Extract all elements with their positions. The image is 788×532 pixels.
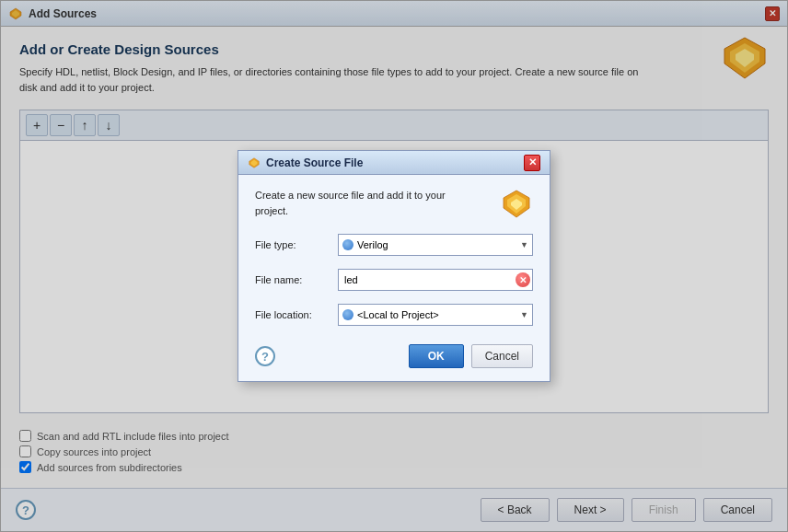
file-type-dropdown-icon: ▼: [520, 240, 528, 249]
file-type-label: File type:: [255, 239, 338, 250]
dialog-titlebar-left: Create Source File: [248, 156, 363, 169]
dialog-overlay: Create Source File ✕ Create a new source…: [0, 0, 788, 532]
dialog-close-button[interactable]: ✕: [524, 155, 540, 171]
dialog-description: Create a new source file and add it to y…: [255, 188, 476, 218]
file-location-value: <Local to Project>: [357, 309, 439, 320]
file-type-dot-icon: [342, 239, 353, 250]
file-name-clear-button[interactable]: ✕: [516, 272, 530, 287]
file-name-input[interactable]: [338, 269, 533, 291]
dialog-titlebar: Create Source File ✕: [238, 151, 550, 175]
file-location-dot-icon: [342, 309, 353, 320]
file-type-select[interactable]: Verilog ▼: [338, 234, 533, 256]
file-name-row: File name: ✕: [255, 269, 533, 291]
dialog-buttons: OK Cancel: [409, 344, 533, 368]
file-type-value: Verilog: [357, 239, 388, 250]
dialog-cancel-button[interactable]: Cancel: [471, 344, 533, 368]
dialog-logo-icon: [248, 156, 261, 169]
file-location-select-inner: <Local to Project>: [342, 309, 439, 320]
file-type-select-inner: Verilog: [342, 239, 388, 250]
file-location-dropdown-icon: ▼: [520, 310, 528, 319]
ok-button[interactable]: OK: [409, 344, 464, 368]
dialog-header: Create a new source file and add it to y…: [255, 188, 533, 221]
file-name-input-wrap: ✕: [338, 269, 533, 291]
dialog-actions: ? OK Cancel: [255, 339, 533, 372]
file-location-row: File location: <Local to Project> ▼: [255, 304, 533, 326]
dialog-body: Create a new source file and add it to y…: [238, 175, 550, 381]
dialog-vivado-logo-icon: [500, 188, 533, 221]
file-location-label: File location:: [255, 309, 338, 320]
create-source-dialog: Create Source File ✕ Create a new source…: [238, 150, 550, 382]
file-location-select[interactable]: <Local to Project> ▼: [338, 304, 533, 326]
dialog-title: Create Source File: [266, 156, 363, 169]
dialog-help-button[interactable]: ?: [255, 346, 275, 366]
file-name-label: File name:: [255, 274, 338, 285]
file-type-row: File type: Verilog ▼: [255, 234, 533, 256]
